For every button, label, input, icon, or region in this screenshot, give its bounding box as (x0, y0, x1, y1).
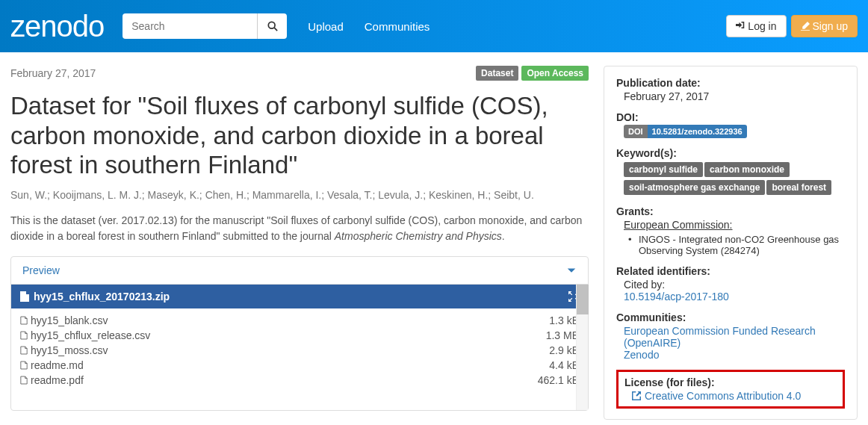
signup-label: Sign up (813, 20, 848, 32)
file-name: hyy15_chflux_release.csv (31, 329, 150, 341)
search-group (123, 13, 287, 39)
archive-bar: hyy15_chflux_20170213.zip (11, 285, 588, 308)
nav-communities[interactable]: Communities (365, 20, 430, 33)
doi-badge-right: 10.5281/zenodo.322936 (648, 125, 747, 138)
chevron-down-icon (566, 265, 577, 276)
search-icon (267, 21, 278, 31)
file-icon (20, 361, 28, 370)
file-size: 4.4 kB (549, 359, 579, 371)
signup-button[interactable]: Sign up (791, 15, 858, 37)
archive-name: hyy15_chflux_20170213.zip (34, 291, 170, 303)
doi-badge[interactable]: DOI 10.5281/zenodo.322936 (624, 125, 747, 138)
record-description: This is the dataset (ver. 2017.02.13) fo… (10, 213, 589, 244)
preview-label: Preview (22, 264, 60, 276)
keywords-label: Keyword(s): (616, 147, 845, 159)
record-title: Dataset for "Soil fluxes of carbonyl sul… (10, 91, 589, 180)
logo[interactable]: zenodo (10, 10, 104, 43)
preview-heading[interactable]: Preview (11, 257, 588, 285)
grant-funder-link[interactable]: European Commission: (616, 219, 845, 231)
file-icon (20, 331, 28, 340)
file-icon (20, 346, 28, 355)
pub-date-value: February 27, 2017 (616, 90, 845, 102)
file-list: hyy15_blank.csv1.3 kBhyy15_chflux_releas… (11, 308, 588, 410)
main-content: February 27, 2017 Dataset Open Access Da… (10, 66, 589, 420)
search-input[interactable] (123, 13, 257, 39)
license-link[interactable]: Creative Commons Attribution 4.0 (624, 390, 837, 402)
file-row[interactable]: hyy15_moss.csv2.9 kB (20, 343, 579, 358)
grant-item: INGOS - Integrated non-CO2 Greenhouse ga… (616, 234, 845, 256)
sidebar: Publication date: February 27, 2017 DOI:… (604, 66, 858, 420)
edit-icon (801, 22, 810, 31)
related-label: Related identifiers: (616, 265, 845, 277)
file-row[interactable]: readme.md4.4 kB (20, 358, 579, 373)
login-label: Log in (748, 20, 776, 32)
scrollbar[interactable] (576, 285, 588, 410)
file-name: readme.pdf (31, 374, 84, 386)
scroll-thumb[interactable] (577, 285, 589, 314)
file-name: hyy15_moss.csv (31, 344, 108, 356)
preview-panel: Preview hyy15_chflux_20170213.zip (10, 256, 589, 411)
external-link-icon (632, 391, 641, 400)
keyword-badge[interactable]: carbonyl sulfide (624, 162, 703, 177)
file-name: hyy15_blank.csv (31, 314, 108, 326)
record-date: February 27, 2017 (10, 67, 96, 79)
community-link-2[interactable]: Zenodo (624, 349, 659, 361)
related-link[interactable]: 10.5194/acp-2017-180 (624, 291, 729, 303)
related-cited: Cited by: (616, 279, 845, 291)
file-row[interactable]: hyy15_blank.csv1.3 kB (20, 313, 579, 328)
file-row[interactable]: hyy15_chflux_release.csv1.3 MB (20, 328, 579, 343)
navbar: zenodo Upload Communities Log in Sign up (0, 0, 868, 52)
license-highlight-box: License (for files): Creative Commons At… (616, 370, 845, 409)
svg-point-0 (268, 22, 275, 28)
search-button[interactable] (257, 13, 287, 39)
grants-label: Grants: (616, 205, 845, 217)
file-size: 1.3 MB (546, 329, 579, 341)
record-authors: Sun, W.; Kooijmans, L. M. J.; Maseyk, K.… (10, 189, 589, 201)
badge-type: Dataset (476, 66, 518, 81)
file-icon (20, 291, 29, 302)
community-link-1[interactable]: European Commission Funded Research (Ope… (624, 325, 816, 349)
file-size: 1.3 kB (549, 314, 579, 326)
file-name: readme.md (31, 359, 84, 371)
signin-icon (736, 22, 745, 31)
keyword-badge[interactable]: soil-atmosphere gas exchange (624, 180, 765, 195)
pub-date-label: Publication date: (616, 77, 845, 89)
file-size: 462.1 kB (538, 374, 579, 386)
file-size: 2.9 kB (549, 344, 579, 356)
file-icon (20, 376, 28, 385)
license-label: License (for files): (624, 376, 837, 388)
file-icon (20, 316, 28, 325)
doi-badge-left: DOI (624, 125, 648, 138)
keyword-badge[interactable]: carbon monoxide (704, 162, 790, 177)
badge-access: Open Access (521, 66, 589, 81)
file-row[interactable]: readme.pdf462.1 kB (20, 373, 579, 388)
desc-post: . (502, 230, 505, 242)
communities-label: Communities: (616, 311, 845, 323)
keyword-badge[interactable]: boreal forest (766, 180, 831, 195)
login-button[interactable]: Log in (726, 15, 786, 37)
svg-line-1 (274, 28, 277, 31)
nav-upload[interactable]: Upload (308, 20, 344, 33)
desc-journal: Atmospheric Chemistry and Physics (335, 230, 502, 242)
keywords-list: carbonyl sulfidecarbon monoxidesoil-atmo… (616, 161, 845, 196)
license-text: Creative Commons Attribution 4.0 (645, 390, 801, 402)
doi-label: DOI: (616, 111, 845, 123)
